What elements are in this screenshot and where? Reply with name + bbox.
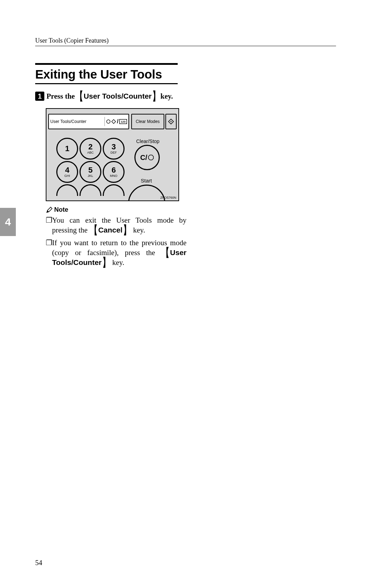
right-bracket-icon: 】 [123, 223, 131, 237]
clear-stop-button[interactable]: C/ [134, 145, 160, 170]
note-heading-text: Note [54, 206, 68, 213]
page-number: 54 [35, 559, 42, 567]
left-bracket-icon: 【 [76, 89, 83, 104]
key-2[interactable]: 2ABC [80, 138, 101, 160]
key-8-partial[interactable] [80, 184, 101, 196]
page: User Tools (Copier Features) Exiting the… [0, 0, 380, 588]
step-number-badge: 1 [35, 92, 44, 101]
circle-icon [106, 119, 110, 124]
svg-marker-6 [148, 155, 153, 160]
note-item-2: ❐ If you want to return to the previous … [46, 238, 186, 268]
key-9-partial[interactable] [103, 184, 125, 196]
key-7-partial[interactable] [56, 184, 78, 196]
svg-text:123: 123 [121, 120, 126, 123]
step-text-post: key. [160, 92, 173, 101]
svg-point-5 [170, 121, 171, 122]
step-text-pre: Press the [46, 92, 75, 101]
key-6[interactable]: 6MNO [103, 161, 125, 183]
panel-top-row: User Tools/Counter / 123 Clear Modes [48, 114, 177, 129]
clear-modes-button[interactable]: Clear Modes [131, 114, 164, 129]
key-3[interactable]: 3DEF [103, 138, 125, 160]
user-tools-counter-label: User Tools/Counter [50, 119, 87, 124]
note-2-body: If you want to return to the previous mo… [52, 238, 186, 268]
clear-stop-c: C/ [140, 154, 147, 162]
square-bullet-icon: ❐ [46, 216, 52, 235]
key-5[interactable]: 5JKL [80, 161, 101, 183]
right-bracket-icon: 】 [102, 255, 110, 270]
chapter-tab: 4 [0, 208, 16, 236]
counter-123-icon: 123 [119, 119, 127, 124]
diamond-icon [168, 118, 174, 125]
key-1[interactable]: 1 [56, 138, 78, 160]
section-title: Exiting the User Tools [35, 63, 178, 84]
mode-icon-button[interactable] [165, 114, 177, 129]
numeric-keypad: 1 2ABC 3DEF 4GHI 5JKL 6MNO [56, 138, 124, 182]
running-head: User Tools (Copier Features) [35, 37, 336, 46]
note-1-body: You can exit the User Tools mode by pres… [52, 216, 186, 235]
keypad-row-3-partial [56, 184, 124, 196]
figure-code: ZFOS760N [160, 196, 176, 199]
control-panel-figure: User Tools/Counter / 123 Clear Modes 1 2… [46, 108, 179, 201]
stop-octagon-icon [148, 154, 154, 161]
user-tools-counter-button[interactable]: User Tools/Counter / 123 [48, 114, 129, 129]
left-bracket-icon: 【 [90, 223, 97, 237]
pencil-icon [46, 206, 53, 213]
left-bracket-icon: 【 [162, 245, 169, 260]
start-button[interactable] [128, 185, 165, 201]
clear-modes-label: Clear Modes [136, 119, 160, 124]
right-bracket-icon: 】 [152, 89, 160, 104]
svg-point-0 [107, 120, 110, 123]
start-label: Start [141, 178, 152, 184]
square-bullet-icon: ❐ [46, 238, 52, 268]
diamond-icon [111, 119, 116, 124]
step-1: 1 Press the 【 User Tools/Counter 】 key. [35, 91, 345, 101]
svg-rect-1 [112, 119, 116, 123]
slash-icon: / [117, 118, 118, 125]
note-heading: Note [46, 206, 345, 213]
step-key-name: User Tools/Counter [84, 92, 152, 100]
user-tools-icon-group: / 123 [104, 117, 127, 126]
note-list: ❐ You can exit the User Tools mode by pr… [46, 216, 186, 267]
clear-stop-label: Clear/Stop [136, 138, 159, 144]
key-4[interactable]: 4GHI [56, 161, 78, 183]
note-item-1: ❐ You can exit the User Tools mode by pr… [46, 216, 186, 235]
